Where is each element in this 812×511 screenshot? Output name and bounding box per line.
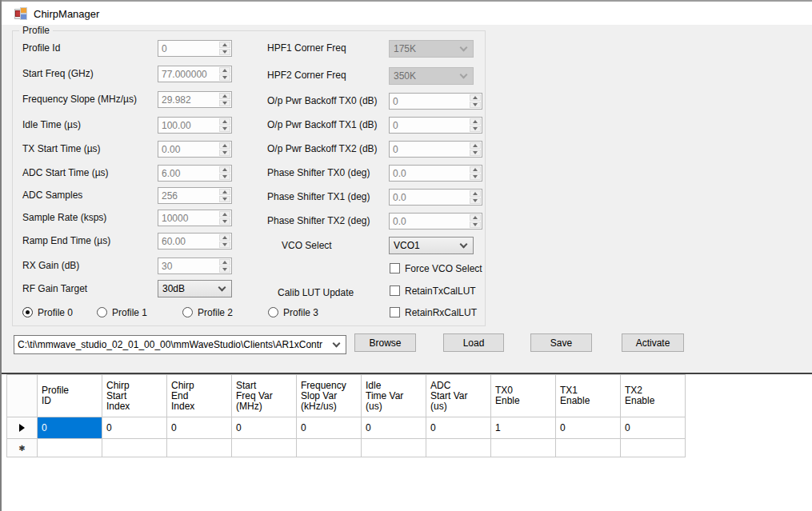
window-border-top <box>0 0 812 2</box>
spin-down-icon[interactable] <box>219 174 230 180</box>
spin-down-icon[interactable] <box>470 174 481 180</box>
spin-down-icon[interactable] <box>219 242 230 248</box>
op-pwr-backoff-tx0-spinner[interactable]: 0 <box>389 93 482 110</box>
grid-cell-empty[interactable] <box>362 439 426 457</box>
retain-rx-cal-lut-label: RetainRxCalLUT <box>405 307 477 318</box>
grid-cell[interactable]: 0 <box>621 417 685 438</box>
grid-cell-empty[interactable] <box>38 439 102 457</box>
grid-row-header-new[interactable]: ✱ <box>7 439 37 457</box>
spin-up-icon[interactable] <box>219 234 230 241</box>
load-button[interactable]: Load <box>443 333 504 352</box>
spin-down-icon[interactable] <box>470 150 481 156</box>
grid-cell[interactable]: 0 <box>232 417 296 438</box>
grid-cell[interactable]: 0 <box>167 417 231 438</box>
spin-up-icon[interactable] <box>470 166 481 173</box>
force-vco-select-checkbox[interactable] <box>390 263 400 273</box>
grid-header-frequency-slop-var[interactable]: Frequency Slop Var (kHz/us) <box>297 375 361 417</box>
spin-down-icon[interactable] <box>219 126 230 132</box>
spin-down-icon[interactable] <box>219 196 230 202</box>
grid-cell-empty[interactable] <box>102 439 166 457</box>
grid-header-tx2-enable[interactable]: TX2 Enable <box>621 375 685 417</box>
grid-header-idle-time-var[interactable]: Idle Time Var (us) <box>362 375 426 417</box>
profile-0-radio[interactable] <box>22 307 33 317</box>
spin-up-icon[interactable] <box>219 211 230 218</box>
grid-header-start-freq-var[interactable]: Start Freq Var (MHz) <box>232 375 296 417</box>
phase-shifter-tx2-spinner[interactable]: 0.0 <box>389 213 482 230</box>
spin-up-icon[interactable] <box>219 42 230 48</box>
spin-down-icon[interactable] <box>219 74 230 81</box>
spin-up-icon[interactable] <box>470 142 481 149</box>
grid-cell-selected[interactable]: 0 <box>38 417 102 438</box>
spin-up-icon[interactable] <box>219 259 230 265</box>
spin-up-icon[interactable] <box>470 94 481 101</box>
grid-header-chirp-start-index[interactable]: Chirp Start Index <box>102 375 166 417</box>
spin-down-icon[interactable] <box>219 218 230 225</box>
grid-header-adc-start-var[interactable]: ADC Start Var (us) <box>426 375 490 417</box>
rf-gain-target-combobox[interactable]: 30dB <box>158 280 232 297</box>
retain-rx-cal-lut-checkbox[interactable] <box>390 307 400 317</box>
spin-up-icon[interactable] <box>219 189 230 195</box>
spin-down-icon[interactable] <box>219 49 230 55</box>
phase-shifter-tx0-spinner[interactable]: 0.0 <box>389 165 482 182</box>
spin-down-icon[interactable] <box>470 102 481 108</box>
spin-up-icon[interactable] <box>219 166 230 173</box>
profile-id-spinner[interactable]: 0 <box>158 40 232 57</box>
grid-cell[interactable]: 0 <box>362 417 426 438</box>
grid-cell-empty[interactable] <box>167 439 231 457</box>
spin-down-icon[interactable] <box>219 150 230 156</box>
title-bar: ChirpManager <box>2 2 812 25</box>
idle-time-spinner[interactable]: 100.00 <box>158 117 232 134</box>
grid-cell[interactable]: 0 <box>426 417 490 438</box>
adc-start-time-label: ADC Start Time (µs) <box>22 167 109 178</box>
grid-cell[interactable]: 0 <box>102 417 166 438</box>
phase-shifter-tx1-spinner[interactable]: 0.0 <box>389 189 482 206</box>
spin-down-icon[interactable] <box>470 126 481 132</box>
rx-gain-spinner[interactable]: 30 <box>158 257 232 274</box>
grid-cell-empty[interactable] <box>491 439 555 457</box>
grid-cell-empty[interactable] <box>556 439 620 457</box>
grid-cell[interactable]: 1 <box>491 417 555 438</box>
grid-cell-empty[interactable] <box>621 439 685 457</box>
grid-cell-empty[interactable] <box>426 439 490 457</box>
grid-cell-empty[interactable] <box>232 439 296 457</box>
file-path-combobox[interactable]: C:\ti\mmwave_studio_02_01_00_00\mmWaveSt… <box>14 335 346 354</box>
spin-down-icon[interactable] <box>219 100 230 106</box>
activate-button[interactable]: Activate <box>622 333 684 352</box>
grid-header-profile-id[interactable]: Profile ID <box>38 375 102 417</box>
sample-rate-spinner[interactable]: 10000 <box>158 210 232 226</box>
spin-up-icon[interactable] <box>219 67 230 74</box>
spin-up-icon[interactable] <box>219 93 230 99</box>
spin-down-icon[interactable] <box>470 222 481 228</box>
hpf2-corner-freq-combobox[interactable]: 350K <box>389 67 474 85</box>
spin-down-icon[interactable] <box>219 266 230 273</box>
grid-header-chirp-end-index[interactable]: Chirp End Index <box>167 375 231 417</box>
browse-button[interactable]: Browse <box>354 333 416 352</box>
spin-down-icon[interactable] <box>470 198 481 204</box>
hpf1-corner-freq-combobox[interactable]: 175K <box>389 40 474 58</box>
grid-row-header-current[interactable] <box>7 417 37 438</box>
profile-1-radio[interactable] <box>97 307 107 317</box>
tx-start-time-spinner[interactable]: 0.00 <box>158 141 232 158</box>
adc-start-time-spinner[interactable]: 6.00 <box>158 165 232 182</box>
spin-up-icon[interactable] <box>219 118 230 125</box>
save-button[interactable]: Save <box>530 333 592 352</box>
grid-cell[interactable]: 0 <box>297 417 361 438</box>
frequency-slope-spinner[interactable]: 29.982 <box>158 91 232 108</box>
profile-2-radio[interactable] <box>182 307 193 317</box>
spin-up-icon[interactable] <box>470 190 481 197</box>
ramp-end-time-spinner[interactable]: 60.00 <box>158 233 232 250</box>
grid-header-tx0-enble[interactable]: TX0 Enble <box>491 375 555 417</box>
vco-select-combobox[interactable]: VCO1 <box>389 237 474 254</box>
spin-up-icon[interactable] <box>219 142 230 149</box>
retain-tx-cal-lut-checkbox[interactable] <box>390 285 400 296</box>
op-pwr-backoff-tx1-spinner[interactable]: 0 <box>389 117 482 134</box>
start-freq-spinner[interactable]: 77.000000 <box>158 66 232 82</box>
op-pwr-backoff-tx2-spinner[interactable]: 0 <box>389 141 482 158</box>
grid-cell[interactable]: 0 <box>556 417 620 438</box>
grid-cell-empty[interactable] <box>297 439 361 457</box>
adc-samples-spinner[interactable]: 256 <box>158 187 232 204</box>
spin-up-icon[interactable] <box>470 118 481 125</box>
profile-3-radio[interactable] <box>268 307 278 317</box>
spin-up-icon[interactable] <box>470 214 481 221</box>
grid-header-tx1-enable[interactable]: TX1 Enable <box>556 375 620 417</box>
